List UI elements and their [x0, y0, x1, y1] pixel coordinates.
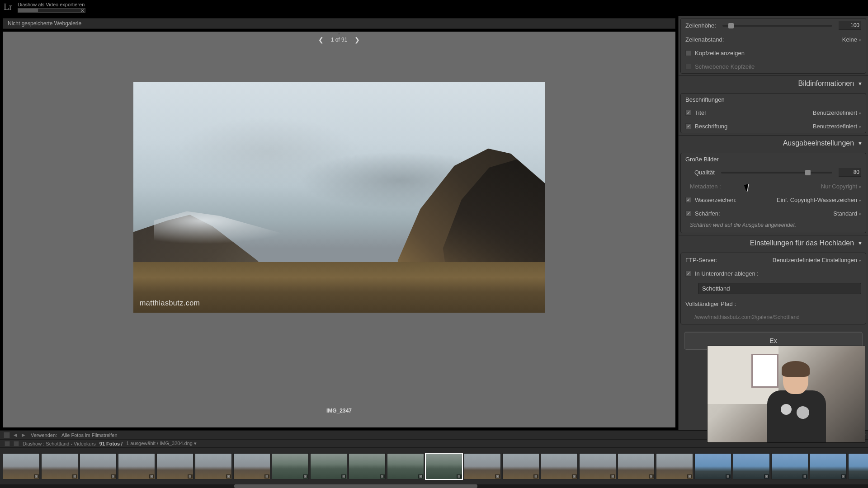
thumbnail[interactable]: ⊞	[387, 453, 424, 479]
panel-handle-icon[interactable]	[332, 32, 346, 34]
thumbnail[interactable]: ⊞	[118, 453, 155, 479]
thumbnail[interactable]: ⊞	[156, 453, 193, 479]
preview-area: ❮ 1 of 91 ❯ matthiasbutz.com IMG_2347	[3, 32, 675, 427]
row-height-value[interactable]: 100	[839, 21, 861, 30]
thumbnail[interactable]: ⊞	[80, 453, 117, 479]
quality-slider[interactable]	[721, 172, 832, 174]
title-checkbox[interactable]	[685, 110, 691, 116]
sharpen-label: Schärfen:	[695, 210, 720, 217]
filmstrip-scrollbar[interactable]	[0, 484, 868, 488]
close-icon[interactable]: ✕	[80, 8, 84, 13]
thumbnail[interactable]: ⊞	[541, 453, 578, 479]
metadata-label: Metadaten :	[690, 183, 721, 190]
thumbnail[interactable]: ⊞	[272, 453, 309, 479]
thumbnail[interactable]: ⊞	[810, 453, 847, 479]
title-label: Titel	[695, 109, 706, 116]
caption-label: Beschriftung	[695, 123, 727, 130]
ftp-value[interactable]: Benutzerdefinierte Einstellungen▾	[773, 257, 861, 263]
thumbnail[interactable]: ⊞	[310, 453, 347, 479]
thumbnail[interactable]: ⊞	[195, 453, 232, 479]
next-arrow-icon[interactable]: ❯	[352, 35, 363, 44]
caption-checkbox[interactable]	[685, 123, 691, 129]
section-output[interactable]: Ausgabeeinstellungen▼	[679, 135, 868, 151]
sharpen-note: Schärfen wird auf die Ausgabe angewendet…	[681, 220, 866, 233]
photo-watermark: matthiasbutz.com	[140, 299, 200, 307]
watermark-label: Wasserzeichen:	[695, 197, 736, 203]
thumbnail[interactable]: ⊞	[464, 453, 501, 479]
sharpen-value[interactable]: Standard▾	[833, 210, 861, 217]
row-spacing-value[interactable]: Keine▾	[842, 36, 861, 43]
view-icon[interactable]	[4, 432, 10, 438]
captions-subhead: Beschriftungen	[681, 94, 866, 106]
subfolder-label: In Unterordner ablegen :	[695, 270, 759, 277]
export-status-title: Diashow als Video exportieren	[18, 2, 85, 7]
chevron-down-icon: ▼	[858, 81, 863, 86]
thumbnail[interactable]: ⊞	[771, 453, 808, 479]
grid-icon[interactable]	[5, 441, 10, 446]
section-upload[interactable]: Einstellungen für das Hochladen▼	[679, 235, 868, 251]
row-spacing-label: Zeilenabstand:	[685, 36, 724, 43]
thumbnail[interactable]: ⊞	[233, 453, 270, 479]
floating-header-checkbox	[685, 64, 691, 70]
row-height-slider[interactable]	[722, 25, 832, 27]
thumbnail[interactable]: ⊞	[733, 453, 770, 479]
export-status: Diashow als Video exportieren ✕	[18, 2, 85, 13]
top-bar: Lr Diashow als Video exportieren ✕	[0, 0, 868, 16]
use-value[interactable]: Alle Fotos im Filmstreifen	[61, 432, 117, 438]
nav-fwd-icon[interactable]: ▶	[21, 432, 26, 437]
show-header-checkbox[interactable]	[685, 50, 691, 56]
fullpath-value: /www/matthiasbutz.com2/galerie/Schottlan…	[694, 314, 800, 320]
chevron-down-icon: ▼	[858, 240, 863, 246]
floating-header-label: Schwebende Kopfzeile	[695, 63, 755, 70]
thumbnail[interactable]: ⊞	[41, 453, 78, 479]
preview-photo[interactable]: matthiasbutz.com	[133, 82, 545, 313]
fullpath-label: Vollständiger Pfad :	[685, 300, 736, 307]
metadata-value[interactable]: Nur Copyright▾	[821, 183, 861, 190]
pager: ❮ 1 of 91 ❯	[316, 33, 363, 46]
use-label: Verwenden:	[31, 432, 57, 438]
nav-back-icon[interactable]: ◀	[13, 432, 18, 437]
app-logo: Lr	[4, 2, 12, 12]
thumbnail[interactable]: ⊞	[3, 453, 40, 479]
pager-text: 1 of 91	[331, 37, 348, 43]
chevron-down-icon: ▼	[858, 141, 863, 146]
watermark-checkbox[interactable]	[685, 197, 691, 203]
webcam-overlay	[707, 346, 865, 443]
large-images-subhead: Große Bilder	[681, 153, 866, 165]
show-header-label: Kopfzeile anzeigen	[695, 50, 745, 56]
filmstrip-path[interactable]: Diashow : Schottland - Videokurs	[23, 441, 96, 446]
thumbnail[interactable]: ⊞	[349, 453, 386, 479]
thumbnail[interactable]: ⊞	[618, 453, 655, 479]
gallery-title-bar: Nicht gespeicherte Webgalerie	[3, 18, 675, 29]
thumbnail[interactable]: ⊞	[425, 453, 462, 479]
prev-arrow-icon[interactable]: ❮	[316, 35, 326, 44]
quality-label: Qualität	[694, 169, 715, 176]
sharpen-checkbox[interactable]	[685, 211, 691, 216]
photo-caption: IMG_2347	[3, 376, 675, 427]
thumbnail[interactable]: ⊞	[848, 453, 868, 479]
subfolder-checkbox[interactable]	[685, 271, 691, 277]
title-value[interactable]: Benutzerdefiniert▾	[813, 109, 861, 116]
thumbnail[interactable]: ⊞	[502, 453, 539, 479]
caption-value[interactable]: Benutzerdefiniert▾	[813, 123, 861, 130]
subfolder-input[interactable]: Schottland	[698, 283, 861, 294]
ftp-label: FTP-Server:	[685, 257, 717, 263]
filmstrip-selected[interactable]: 1 ausgewählt / IMG_3204.dng ▾	[126, 441, 197, 446]
thumbnail[interactable]: ⊞	[694, 453, 731, 479]
filmstrip[interactable]: ⊞⊞⊞⊞⊞⊞⊞⊞⊞⊞⊞⊞⊞⊞⊞⊞⊞⊞⊞⊞⊞⊞⊞	[0, 448, 868, 484]
section-image-info[interactable]: Bildinformationen▼	[679, 75, 868, 91]
filmstrip-count: 91 Fotos /	[99, 441, 123, 446]
quality-value[interactable]: 80	[839, 168, 861, 177]
row-height-label: Zeilenhöhe:	[685, 22, 716, 29]
thumbnail[interactable]: ⊞	[656, 453, 693, 479]
export-progress: ✕	[18, 8, 85, 13]
thumbnail[interactable]: ⊞	[579, 453, 616, 479]
grid2-icon[interactable]	[14, 441, 19, 446]
watermark-value[interactable]: Einf. Copyright-Wasserzeichen▾	[777, 197, 861, 203]
